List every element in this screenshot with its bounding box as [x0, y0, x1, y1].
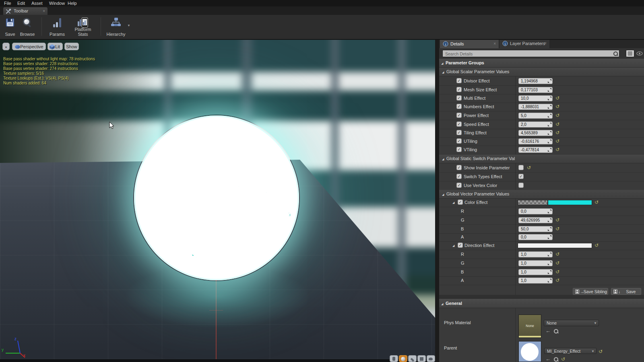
param-value-input[interactable]: 0,177103 [518, 87, 553, 93]
param-enable-checkbox[interactable]: ✓ [456, 113, 462, 118]
preview-shape-cylinder-button[interactable] [390, 355, 398, 362]
menu-file[interactable]: File [2, 0, 14, 6]
reset-to-default-icon[interactable]: ↺ [555, 147, 559, 152]
channel-value-input[interactable]: 0,0 [518, 208, 553, 214]
reset-to-default-icon[interactable]: ↺ [555, 251, 559, 257]
tab-layer-parameters[interactable]: i Layer Parameters × [500, 39, 549, 48]
channel-value-input[interactable]: 1,0 [518, 278, 553, 284]
param-enable-checkbox[interactable]: ✓ [456, 87, 462, 92]
reset-to-default-icon[interactable]: ↺ [555, 217, 559, 223]
viewport-options-dropdown[interactable]: ▼ [2, 43, 10, 50]
spinner-icon[interactable] [548, 79, 551, 83]
param-value-input[interactable]: 10,0 [518, 95, 553, 101]
reset-to-default-icon[interactable]: ↺ [594, 200, 599, 205]
spinner-icon[interactable] [548, 235, 551, 239]
spinner-icon[interactable] [548, 114, 551, 117]
channel-value-input[interactable]: 1,0 [518, 260, 553, 266]
param-value-input[interactable]: -1,888031 [518, 104, 553, 110]
menu-asset[interactable]: Asset [29, 0, 45, 6]
params-button[interactable]: Params [47, 16, 67, 37]
color-swatch-alpha-checker[interactable] [518, 200, 548, 205]
channel-value-input[interactable]: 50,0 [518, 226, 553, 232]
perspective-button[interactable]: Perspective [12, 43, 46, 50]
browse-button[interactable]: Browse [19, 16, 36, 37]
expand-icon[interactable]: ◢ [452, 201, 454, 204]
reset-to-default-icon[interactable]: ↺ [555, 130, 559, 136]
direction-swatch-white[interactable] [518, 243, 592, 248]
section-general[interactable]: ◢ General [439, 299, 644, 308]
hierarchy-dropdown-caret-icon[interactable]: ▼ [127, 24, 130, 27]
save-child-button[interactable]: ↓ Save Child [611, 288, 641, 295]
browse-to-asset-icon[interactable] [553, 329, 559, 334]
section-global-scalar[interactable]: ◢ Global Scalar Parameter Values [439, 68, 644, 76]
view-options-eye-icon[interactable] [636, 51, 643, 56]
phys-material-dropdown[interactable]: None ▼ [544, 320, 599, 326]
param-enable-checkbox[interactable]: ✓ [458, 200, 463, 205]
channel-value-input[interactable]: 49,626995 [518, 217, 553, 223]
param-enable-checkbox[interactable]: ✓ [456, 174, 462, 179]
platform-stats-button[interactable]: Platform Stats [69, 16, 97, 37]
show-menu-button[interactable]: Show [64, 43, 79, 50]
param-value-input[interactable]: 1,194968 [518, 78, 553, 84]
tab-details[interactable]: i Details × [440, 39, 499, 48]
param-value-input[interactable]: 2,0 [518, 121, 553, 128]
spinner-icon[interactable] [548, 261, 551, 265]
preview-shape-custom-button[interactable] [427, 355, 435, 362]
reset-to-default-icon[interactable]: ↺ [555, 226, 559, 232]
spinner-icon[interactable] [548, 210, 551, 213]
spinner-icon[interactable] [548, 123, 551, 126]
param-enable-checkbox[interactable]: ✓ [456, 130, 462, 135]
expand-icon[interactable]: ◢ [452, 244, 454, 247]
close-icon[interactable]: × [544, 39, 547, 48]
spinner-icon[interactable] [548, 279, 551, 282]
spinner-icon[interactable] [548, 131, 551, 135]
switch-value-checkbox[interactable] [518, 165, 524, 170]
save-button[interactable]: Save [2, 16, 18, 37]
param-value-input[interactable]: -0,477814 [518, 147, 553, 153]
preview-shape-cube-button[interactable] [417, 355, 426, 362]
menu-help[interactable]: Help [65, 0, 79, 6]
search-details-box[interactable] [442, 50, 619, 57]
param-enable-checkbox[interactable]: ✓ [456, 165, 462, 170]
channel-value-input[interactable]: 0,0 [518, 234, 553, 240]
material-preview-viewport[interactable]: ▼ Perspective Lit Show Base pass shader … [0, 39, 435, 359]
param-enable-checkbox[interactable]: ✓ [456, 138, 462, 144]
reset-to-default-icon[interactable]: ↺ [555, 269, 559, 275]
preview-shape-plane-button[interactable] [408, 355, 417, 362]
section-global-vector[interactable]: ◢ Global Vector Parameter Values [439, 190, 644, 199]
spinner-icon[interactable] [548, 97, 551, 100]
parent-thumbnail[interactable] [518, 341, 541, 362]
lit-mode-button[interactable]: Lit [47, 43, 63, 50]
spinner-icon[interactable] [548, 270, 551, 274]
spinner-icon[interactable] [548, 253, 551, 256]
spinner-icon[interactable] [548, 148, 551, 152]
close-icon[interactable]: × [493, 40, 496, 48]
param-value-input[interactable]: 5,0 [518, 113, 553, 119]
switch-value-checkbox[interactable] [518, 183, 524, 188]
spinner-icon[interactable] [548, 105, 551, 109]
reset-to-default-icon[interactable]: ↺ [555, 260, 559, 266]
preview-mesh-sphere[interactable] [133, 115, 300, 281]
display-filter-button[interactable] [626, 50, 634, 57]
param-enable-checkbox[interactable]: ✓ [456, 78, 462, 83]
param-enable-checkbox[interactable]: ✓ [456, 121, 462, 127]
switch-value-checkbox[interactable]: ✓ [518, 174, 524, 179]
reset-to-default-icon[interactable]: ↺ [555, 138, 559, 144]
spinner-icon[interactable] [548, 88, 551, 92]
reset-to-default-icon[interactable]: ↺ [555, 113, 559, 118]
parent-dropdown[interactable]: MI_Energy_Effect ▼ [544, 348, 597, 354]
reset-to-default-icon[interactable]: ↺ [555, 95, 559, 101]
use-selected-arrow-icon[interactable]: ← [545, 328, 551, 333]
param-enable-checkbox[interactable]: ✓ [456, 104, 462, 109]
param-value-input[interactable]: 4,565389 [518, 130, 553, 136]
reset-to-default-icon[interactable]: ↺ [555, 121, 559, 127]
close-icon[interactable]: × [43, 7, 45, 15]
channel-value-input[interactable]: 1,0 [518, 251, 553, 257]
reset-to-default-icon[interactable]: ↺ [555, 104, 559, 109]
section-global-static-switch[interactable]: ◢ Global Static Switch Parameter Values [439, 154, 644, 163]
section-parameter-groups[interactable]: ◢ Parameter Groups [439, 59, 644, 68]
param-enable-checkbox[interactable]: ✓ [456, 147, 462, 152]
color-swatch-cyan[interactable] [548, 200, 592, 205]
reset-to-default-icon[interactable]: ↺ [527, 165, 531, 171]
param-enable-checkbox[interactable]: ✓ [456, 95, 462, 101]
